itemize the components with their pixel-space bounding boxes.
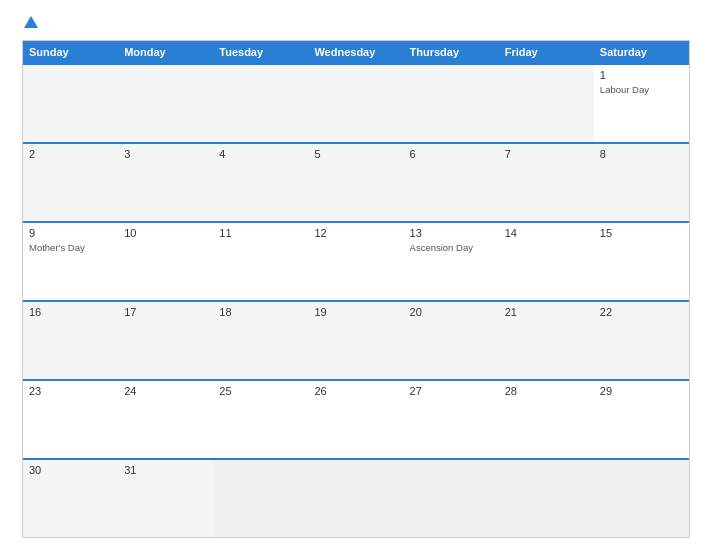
calendar-cell: 8 (594, 144, 689, 221)
calendar-cell: 21 (499, 302, 594, 379)
day-number: 27 (410, 385, 493, 397)
calendar-cell: 13Ascension Day (404, 223, 499, 300)
day-number: 25 (219, 385, 302, 397)
day-event: Ascension Day (410, 242, 473, 253)
calendar-cell: 3 (118, 144, 213, 221)
header (22, 18, 690, 30)
calendar-cell: 9Mother's Day (23, 223, 118, 300)
day-number: 23 (29, 385, 112, 397)
day-number: 29 (600, 385, 683, 397)
calendar-cell: 20 (404, 302, 499, 379)
calendar-cell (23, 65, 118, 142)
calendar-week-3: 16171819202122 (23, 300, 689, 379)
calendar-cell: 24 (118, 381, 213, 458)
calendar-cell: 17 (118, 302, 213, 379)
day-number: 22 (600, 306, 683, 318)
calendar-cell (404, 65, 499, 142)
calendar-week-4: 23242526272829 (23, 379, 689, 458)
day-number: 6 (410, 148, 493, 160)
day-number: 9 (29, 227, 112, 239)
calendar-week-2: 9Mother's Day10111213Ascension Day1415 (23, 221, 689, 300)
calendar-cell (308, 65, 403, 142)
day-number: 15 (600, 227, 683, 239)
day-number: 5 (314, 148, 397, 160)
header-day-thursday: Thursday (404, 41, 499, 63)
calendar-cell (499, 65, 594, 142)
day-number: 1 (600, 69, 683, 81)
calendar-cell: 4 (213, 144, 308, 221)
day-number: 19 (314, 306, 397, 318)
calendar-week-0: 1Labour Day (23, 63, 689, 142)
day-number: 12 (314, 227, 397, 239)
calendar: SundayMondayTuesdayWednesdayThursdayFrid… (22, 40, 690, 538)
day-number: 17 (124, 306, 207, 318)
calendar-cell: 28 (499, 381, 594, 458)
calendar-cell: 14 (499, 223, 594, 300)
day-number: 26 (314, 385, 397, 397)
logo-triangle-icon (24, 16, 38, 28)
calendar-cell: 12 (308, 223, 403, 300)
calendar-cell: 6 (404, 144, 499, 221)
calendar-cell (118, 65, 213, 142)
calendar-cell (404, 460, 499, 537)
day-number: 4 (219, 148, 302, 160)
day-number: 11 (219, 227, 302, 239)
page: SundayMondayTuesdayWednesdayThursdayFrid… (0, 0, 712, 550)
calendar-cell: 22 (594, 302, 689, 379)
header-day-saturday: Saturday (594, 41, 689, 63)
header-day-wednesday: Wednesday (308, 41, 403, 63)
calendar-cell: 29 (594, 381, 689, 458)
header-day-monday: Monday (118, 41, 213, 63)
calendar-cell: 1Labour Day (594, 65, 689, 142)
calendar-cell: 19 (308, 302, 403, 379)
day-number: 24 (124, 385, 207, 397)
calendar-cell: 30 (23, 460, 118, 537)
calendar-week-1: 2345678 (23, 142, 689, 221)
header-day-tuesday: Tuesday (213, 41, 308, 63)
calendar-week-5: 3031 (23, 458, 689, 537)
calendar-cell (308, 460, 403, 537)
calendar-cell (213, 460, 308, 537)
calendar-cell: 31 (118, 460, 213, 537)
calendar-cell: 2 (23, 144, 118, 221)
day-number: 8 (600, 148, 683, 160)
calendar-cell (213, 65, 308, 142)
calendar-cell (499, 460, 594, 537)
day-number: 31 (124, 464, 207, 476)
day-event: Labour Day (600, 84, 649, 95)
header-day-sunday: Sunday (23, 41, 118, 63)
calendar-cell: 25 (213, 381, 308, 458)
day-event: Mother's Day (29, 242, 85, 253)
calendar-body: 1Labour Day23456789Mother's Day10111213A… (23, 63, 689, 537)
day-number: 28 (505, 385, 588, 397)
calendar-header: SundayMondayTuesdayWednesdayThursdayFrid… (23, 41, 689, 63)
day-number: 18 (219, 306, 302, 318)
calendar-cell: 23 (23, 381, 118, 458)
day-number: 3 (124, 148, 207, 160)
calendar-cell: 7 (499, 144, 594, 221)
logo (22, 18, 38, 30)
calendar-cell: 27 (404, 381, 499, 458)
calendar-cell: 18 (213, 302, 308, 379)
day-number: 21 (505, 306, 588, 318)
calendar-cell: 5 (308, 144, 403, 221)
day-number: 20 (410, 306, 493, 318)
calendar-cell: 10 (118, 223, 213, 300)
day-number: 2 (29, 148, 112, 160)
day-number: 16 (29, 306, 112, 318)
day-number: 13 (410, 227, 493, 239)
calendar-cell: 26 (308, 381, 403, 458)
header-day-friday: Friday (499, 41, 594, 63)
day-number: 14 (505, 227, 588, 239)
day-number: 10 (124, 227, 207, 239)
day-number: 30 (29, 464, 112, 476)
calendar-cell (594, 460, 689, 537)
day-number: 7 (505, 148, 588, 160)
calendar-cell: 15 (594, 223, 689, 300)
calendar-cell: 11 (213, 223, 308, 300)
calendar-cell: 16 (23, 302, 118, 379)
